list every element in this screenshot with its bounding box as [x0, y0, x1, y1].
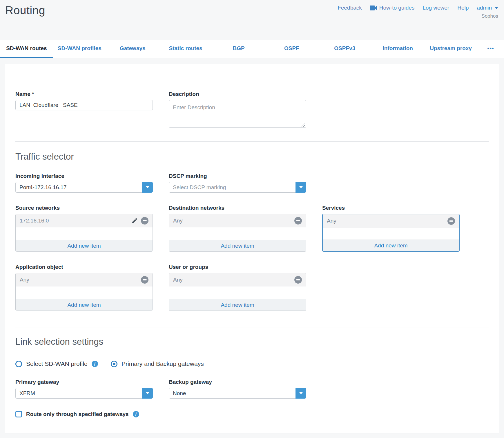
info-icon[interactable]: i	[92, 361, 98, 367]
route-only-checkbox-label: Route only through specified gateways	[26, 411, 129, 417]
routing-tabbar: SD-WAN routes SD-WAN profiles Gateways S…	[0, 40, 504, 58]
list-item: Any	[169, 273, 306, 286]
chevron-down-icon	[299, 186, 303, 188]
add-new-item-button[interactable]: Add new item	[323, 240, 459, 251]
tab-sdwan-routes[interactable]: SD-WAN routes	[0, 40, 53, 58]
sdwan-profile-radio[interactable]	[15, 361, 22, 367]
remove-item-icon[interactable]	[447, 217, 455, 225]
tab-bgp[interactable]: BGP	[212, 40, 265, 58]
application-object-label: Application object	[15, 264, 153, 270]
add-new-item-button[interactable]: Add new item	[16, 240, 153, 251]
tab-more[interactable]: •••	[477, 40, 504, 58]
chevron-down-icon	[299, 392, 303, 394]
dropdown-button[interactable]	[142, 388, 153, 399]
dscp-marking-select[interactable]: Select DSCP marking	[169, 182, 306, 193]
remove-item-icon[interactable]	[294, 276, 302, 284]
dscp-marking-label: DSCP marking	[169, 173, 306, 179]
feedback-link[interactable]: Feedback	[338, 5, 362, 11]
tab-upstream-proxy[interactable]: Upstream proxy	[424, 40, 477, 58]
source-networks-label: Source networks	[15, 205, 153, 211]
remove-item-icon[interactable]	[141, 217, 148, 225]
tab-information[interactable]: Information	[371, 40, 424, 58]
route-only-checkbox[interactable]	[15, 411, 22, 417]
remove-item-icon[interactable]	[141, 276, 148, 284]
list-empty-area	[169, 227, 306, 240]
name-input[interactable]	[15, 100, 153, 110]
tab-sdwan-profiles[interactable]: SD-WAN profiles	[53, 40, 106, 58]
howto-guides-link[interactable]: How-to guides	[370, 5, 414, 11]
chevron-down-icon	[146, 392, 149, 394]
tab-gateways[interactable]: Gateways	[106, 40, 159, 58]
services-label: Services	[322, 205, 460, 211]
page-header: Routing Feedback How-to guides Log viewe…	[0, 0, 504, 40]
user-menu[interactable]: admin	[477, 5, 498, 11]
primary-gateway-label: Primary gateway	[15, 379, 153, 385]
chevron-down-icon	[495, 7, 498, 9]
list-item: Any	[169, 214, 306, 227]
traffic-selector-heading: Traffic selector	[15, 152, 489, 162]
source-networks-box: 172.16.16.0 Add new item	[15, 214, 153, 252]
application-object-box: Any Add new item	[15, 273, 153, 311]
list-empty-area	[16, 286, 153, 299]
list-item: Any	[16, 273, 153, 286]
destination-networks-box: Any Add new item	[169, 214, 306, 252]
incoming-interface-select[interactable]: Port4-172.16.16.17	[15, 182, 153, 193]
primary-backup-radio[interactable]	[111, 361, 117, 367]
incoming-interface-label: Incoming interface	[15, 173, 153, 179]
dropdown-button[interactable]	[295, 182, 306, 193]
page-title: Routing	[5, 4, 45, 40]
chevron-down-icon	[146, 186, 149, 188]
backup-gateway-label: Backup gateway	[169, 379, 306, 385]
list-empty-area	[169, 286, 306, 299]
destination-networks-label: Destination networks	[169, 205, 306, 211]
list-item: Any	[323, 214, 459, 228]
add-new-item-button[interactable]: Add new item	[169, 240, 306, 251]
name-label: Name *	[15, 91, 153, 97]
divider	[15, 141, 489, 142]
description-label: Description	[169, 91, 306, 97]
top-nav: Feedback How-to guides Log viewer Help a…	[338, 5, 498, 40]
log-viewer-link[interactable]: Log viewer	[423, 5, 449, 11]
user-or-groups-label: User or groups	[169, 264, 306, 270]
info-icon[interactable]: i	[133, 411, 139, 417]
link-selection-heading: Link selection settings	[15, 337, 489, 347]
add-new-item-button[interactable]: Add new item	[16, 299, 153, 311]
primary-backup-radio-label: Primary and Backup gateways	[122, 360, 204, 367]
list-empty-area	[16, 227, 153, 240]
remove-item-icon[interactable]	[294, 217, 302, 225]
sdwan-profile-radio-label: Select SD-WAN profile	[26, 360, 88, 367]
add-new-item-button[interactable]: Add new item	[169, 299, 306, 311]
dropdown-button[interactable]	[295, 388, 306, 399]
edit-pencil-icon[interactable]	[131, 217, 138, 224]
primary-gateway-select[interactable]: XFRM	[15, 388, 153, 399]
description-textarea[interactable]	[169, 100, 306, 128]
backup-gateway-select[interactable]: None	[169, 388, 306, 399]
sdwan-route-form-card: Name * Description Traffic selector Inco…	[5, 64, 499, 433]
services-box: Any Add new item	[322, 214, 460, 252]
tab-ospfv3[interactable]: OSPFv3	[318, 40, 371, 58]
user-or-groups-box: Any Add new item	[169, 273, 306, 311]
video-camera-icon	[370, 6, 377, 10]
dropdown-button[interactable]	[142, 182, 153, 193]
brand-label: Sophos	[338, 13, 498, 19]
tab-ospf[interactable]: OSPF	[265, 40, 318, 58]
divider	[15, 328, 489, 328]
list-item: 172.16.16.0	[16, 214, 153, 227]
tab-static-routes[interactable]: Static routes	[159, 40, 212, 58]
help-link[interactable]: Help	[457, 5, 469, 11]
list-empty-area	[323, 228, 459, 240]
